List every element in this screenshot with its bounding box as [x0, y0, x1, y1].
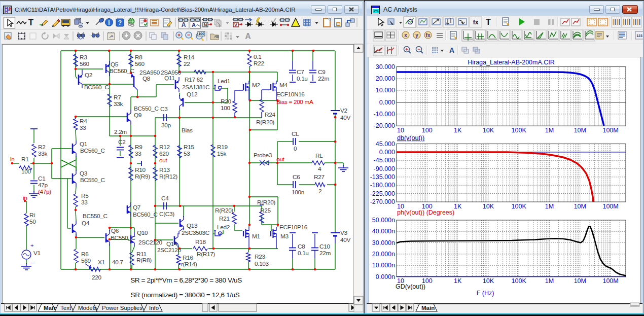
svg-text:Main: Main	[44, 305, 57, 311]
svg-text:Info: Info	[149, 305, 159, 311]
svg-text:Power Supplies: Power Supplies	[102, 305, 142, 311]
svg-text:Main: Main	[421, 305, 435, 311]
svg-text:Models: Models	[78, 305, 97, 311]
svg-text:Text: Text	[60, 305, 71, 311]
